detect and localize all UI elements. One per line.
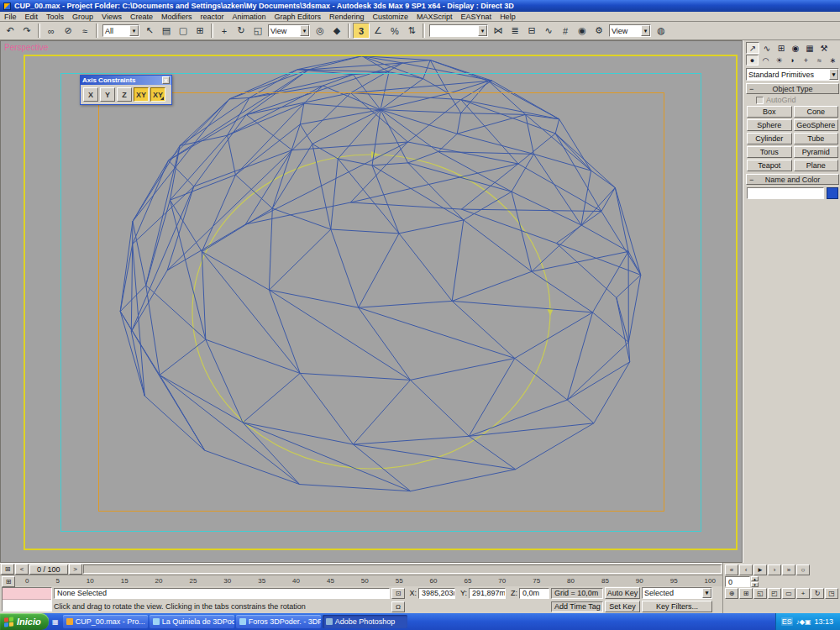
zoom-extents-icon[interactable]: ◱ (753, 588, 767, 599)
start-button[interactable]: Inicio (0, 613, 49, 630)
object-button-cylinder[interactable]: Cylinder (747, 133, 792, 144)
selection-filter-combo[interactable]: All▾ (102, 24, 139, 37)
object-button-box[interactable]: Box (747, 106, 792, 118)
restrict-xy-button[interactable]: XY (134, 87, 149, 102)
set-key-button[interactable]: Set Key (605, 601, 640, 612)
menu-maxscript[interactable]: MAXScript (412, 12, 457, 22)
auto-key-button[interactable]: Auto Key (605, 587, 640, 599)
network-icon[interactable]: ▣ (805, 618, 811, 626)
render-preset-combo[interactable]: View▾ (609, 24, 651, 37)
add-time-tag[interactable]: Add Time Tag (551, 601, 603, 612)
collapse-icon[interactable]: − (749, 85, 753, 93)
object-type-rollout[interactable]: − Object Type (746, 83, 839, 94)
open-mini-curve-editor-button[interactable]: ⊞ (1, 564, 14, 575)
listener-macro-row[interactable] (3, 588, 51, 600)
show-selection-range-button[interactable]: ⊞ (2, 576, 15, 587)
axis-constraints-titlebar[interactable]: Axis Constraints x (81, 76, 171, 85)
spinner-up-icon[interactable]: ▴ (751, 576, 759, 581)
menu-graph-editors[interactable]: Graph Editors (270, 12, 326, 22)
key-mode-combo[interactable]: Selected ▾ (642, 587, 712, 599)
task-foros-3dpoder[interactable]: Foros 3DPoder. - 3DP... (236, 615, 321, 628)
show-desktop-icon[interactable]: ▦ (52, 618, 59, 626)
menu-reactor[interactable]: reactor (196, 12, 228, 22)
select-and-manipulate-icon[interactable]: ◆ (328, 23, 345, 39)
geometry-category[interactable]: ● (746, 55, 759, 66)
lights-category[interactable]: ☀ (773, 55, 785, 66)
restrict-plane-flyout-button[interactable]: XY (150, 87, 165, 102)
redo-icon[interactable]: ↷ (18, 23, 35, 39)
menu-animation[interactable]: Animation (228, 12, 270, 22)
select-and-move-icon[interactable]: + (216, 23, 233, 39)
listener-script-row[interactable] (3, 600, 51, 611)
next-frame-button[interactable]: › (768, 564, 781, 575)
percent-snap-icon[interactable]: % (386, 23, 403, 39)
window-titlebar[interactable]: CUP_00.max - Project Folder: C:\Document… (0, 0, 840, 12)
menu-tools[interactable]: Tools (42, 12, 68, 22)
spinner-down-icon[interactable]: ▾ (751, 582, 759, 587)
previous-frame-arrow[interactable]: < (15, 564, 29, 575)
object-color-swatch[interactable] (827, 187, 838, 199)
curve-editor-icon[interactable]: ∿ (540, 23, 557, 39)
cameras-category[interactable]: ◗ (786, 55, 799, 66)
time-slider-track[interactable] (83, 564, 722, 574)
reference-coordinate-system-combo[interactable]: View▾ (268, 24, 310, 37)
object-button-pyramid[interactable]: Pyramid (794, 146, 839, 158)
rectangular-selection-region-icon[interactable]: ▢ (175, 23, 192, 39)
task-adobe-photoshop[interactable]: Adobe Photoshop (323, 615, 407, 628)
track-bar[interactable]: ⊞ 05101520253035404550556065707580859095… (0, 575, 722, 586)
motion-tab[interactable]: ◉ (789, 42, 802, 54)
restrict-x-button[interactable]: X (83, 87, 98, 102)
utilities-tab[interactable]: ⚒ (817, 42, 831, 54)
select-and-scale-icon[interactable]: ◱ (249, 23, 266, 39)
min-max-toggle-icon[interactable]: ◳ (825, 588, 838, 599)
display-tab[interactable]: ▦ (803, 42, 816, 54)
object-button-teapot[interactable]: Teapot (747, 160, 792, 171)
time-slider-handle[interactable]: 0 / 100 (29, 564, 68, 575)
shapes-category[interactable]: ◠ (759, 55, 772, 66)
select-and-link-icon[interactable]: ∞ (43, 23, 60, 39)
select-object-icon[interactable]: ↖ (141, 23, 158, 39)
pan-icon[interactable]: + (796, 588, 810, 599)
menu-rendering[interactable]: Rendering (325, 12, 369, 22)
schematic-view-icon[interactable]: # (557, 23, 574, 39)
menu-customize[interactable]: Customize (369, 12, 413, 22)
current-frame-field[interactable]: 0 (725, 576, 750, 587)
object-name-field[interactable] (747, 187, 824, 199)
previous-frame-button[interactable]: ‹ (739, 564, 753, 575)
x-coordinate-field[interactable]: 3985,203m (418, 588, 455, 599)
next-frame-arrow[interactable]: > (69, 564, 82, 575)
go-to-end-button[interactable]: » (782, 564, 795, 575)
undo-icon[interactable]: ↶ (2, 23, 18, 39)
z-coordinate-field[interactable]: 0,0m (519, 588, 549, 599)
material-editor-icon[interactable]: ◉ (574, 23, 591, 39)
mirror-icon[interactable]: ⋈ (490, 23, 507, 39)
restrict-y-button[interactable]: Y (100, 87, 115, 102)
dropdown-arrow-icon[interactable]: ▾ (641, 25, 650, 36)
object-button-cone[interactable]: Cone (794, 106, 839, 118)
object-button-sphere[interactable]: Sphere (747, 119, 792, 131)
select-and-rotate-icon[interactable]: ↻ (233, 23, 249, 39)
menu-group[interactable]: Group (68, 12, 97, 22)
space-warps-category[interactable]: ≈ (813, 55, 826, 66)
selection-lock-icon[interactable]: ⊡ (391, 588, 405, 599)
select-by-name-icon[interactable]: ▤ (158, 23, 175, 39)
named-selection-sets-combo[interactable]: ▾ (429, 24, 488, 37)
modify-tab[interactable]: ∿ (760, 42, 774, 54)
systems-category[interactable]: ∗ (827, 55, 839, 66)
language-indicator[interactable]: ES (781, 617, 793, 626)
zoom-extents-all-icon[interactable]: ◰ (768, 588, 781, 599)
hierarchy-tab[interactable]: ⊞ (774, 42, 788, 54)
zoom-icon[interactable]: ⊕ (725, 588, 738, 599)
menu-modifiers[interactable]: Modifiers (157, 12, 197, 22)
field-of-view-icon[interactable]: ▭ (782, 588, 795, 599)
object-button-geosphere[interactable]: GeoSphere (794, 119, 839, 131)
collapse-icon[interactable]: − (749, 176, 753, 184)
close-icon[interactable]: x (162, 76, 170, 84)
dropdown-arrow-icon[interactable]: ▾ (478, 25, 487, 36)
keyboard-override-icon[interactable]: Ω (391, 601, 405, 612)
menu-easynat[interactable]: EASYnat (457, 12, 496, 22)
create-tab[interactable]: ↗ (746, 42, 759, 54)
task-la-quiniela[interactable]: La Quiniela de 3DPod... (150, 615, 234, 628)
menu-help[interactable]: Help (496, 12, 520, 22)
key-mode-toggle-button[interactable]: ○ (796, 564, 810, 575)
